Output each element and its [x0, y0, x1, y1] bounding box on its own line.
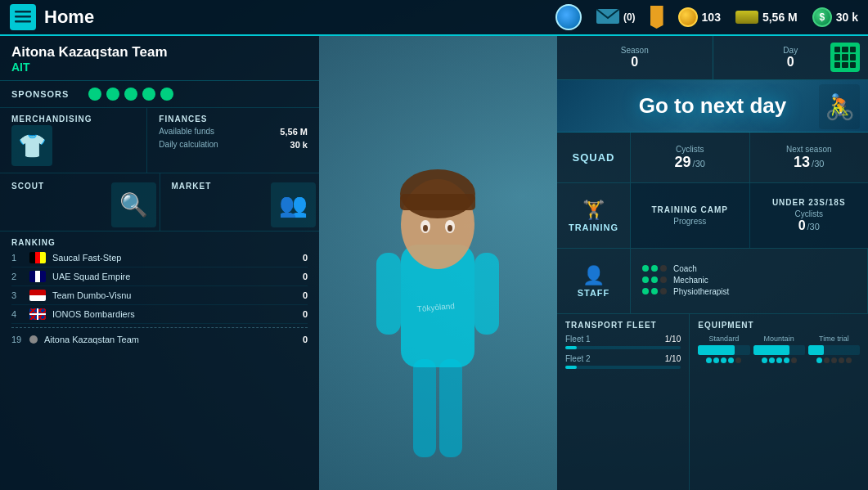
squad-row: SQUAD Cyclists 29 /30 Next season 13 /30 [557, 133, 868, 183]
mechanic-name: Mechanic [673, 276, 708, 285]
ranking-section: RANKING 1 Saucal Fast-Step 0 2 UAE Squad… [0, 232, 319, 490]
own-rank-row[interactable]: 19 Aitona Kazaqstan Team 0 [11, 331, 308, 348]
training-button[interactable]: 🏋️ TRAINING [557, 183, 631, 248]
rank-num: 3 [11, 290, 29, 300]
rank-num: 4 [11, 309, 29, 319]
cyclists-total: /30 [693, 159, 705, 169]
equip-col-timetrial: Time trial [808, 335, 860, 363]
cyclist-svg: Tōkyōland [331, 81, 544, 490]
squad-info: Cyclists 29 /30 Next season 13 /30 [631, 133, 868, 182]
mountain-fill [753, 345, 789, 355]
list-item: Coach [642, 264, 856, 273]
svg-rect-4 [413, 359, 436, 457]
next-day-label: Go to next day [639, 93, 787, 119]
table-row[interactable]: 2 UAE Squad Empire 0 [11, 267, 308, 286]
available-funds-value: 5,56 M [280, 127, 308, 137]
table-row[interactable]: 3 Team Dumbo-Visnu 0 [11, 286, 308, 305]
svg-rect-0 [15, 11, 31, 13]
sponsor-dots [88, 88, 173, 101]
sponsor-dot-5 [160, 88, 173, 101]
merchandising-box[interactable]: MERCHANDISING 👕 [0, 108, 147, 173]
header-actions: (0) 103 5,56 M $ 30 k [555, 4, 858, 30]
mid-section: MERCHANDISING 👕 FINANCES Available funds… [0, 108, 319, 173]
list-item: Physiotherapist [642, 287, 856, 296]
equipment-box[interactable]: EQUIPMENT Standard Mount [690, 314, 868, 490]
own-rank-name: Aitona Kazaqstan Team [44, 335, 303, 344]
bars-item: 5,56 M [735, 11, 798, 24]
svg-rect-2 [15, 20, 31, 23]
scout-box[interactable]: SCOUT 🔍 [0, 173, 160, 231]
cyclists-value: 29 [675, 154, 691, 171]
staff-button[interactable]: 👤 STAFF [557, 249, 631, 313]
mountain-label: Mountain [764, 335, 794, 343]
staff-icon: 👤 [582, 265, 605, 286]
sponsors-label: SPONSORS [11, 89, 77, 99]
rank-score: 0 [303, 309, 308, 319]
standard-label: Standard [709, 335, 740, 343]
equip-col-mountain: Mountain [753, 335, 805, 363]
rank-score: 0 [303, 272, 308, 281]
sponsor-dot-2 [106, 88, 119, 101]
bar-icon [735, 11, 758, 24]
right-panel: Season 0 Day 0 Go to next day 🚴 SQUAD [557, 36, 868, 490]
market-box[interactable]: MARKET 👥 [160, 173, 320, 231]
finance-available-row: Available funds 5,56 M [159, 127, 308, 137]
menu-icon[interactable] [10, 4, 36, 30]
standard-bar [698, 345, 749, 355]
ranking-label: RANKING [11, 238, 308, 247]
fleet1-name: Fleet 1 [565, 335, 591, 344]
finance-daily-row: Daily calculation 30 k [159, 140, 308, 150]
under23-button[interactable]: UNDER 23S/18S Cyclists 0 /30 [750, 183, 869, 248]
team-abbr: AIT [11, 61, 308, 74]
physio-name: Physiotherapist [673, 287, 729, 296]
next-day-button[interactable]: Go to next day 🚴 [557, 80, 868, 133]
scout-icon: 🔍 [111, 182, 156, 227]
own-rank-num: 19 [11, 335, 29, 344]
dollars-item: $ 30 k [812, 7, 858, 27]
next-season-box: Next season 13 /30 [750, 133, 869, 182]
fleet1-fill [565, 346, 577, 349]
table-row[interactable]: 1 Saucal Fast-Step 0 [11, 249, 308, 267]
standard-fill [698, 345, 734, 355]
dollars-value: 30 k [836, 11, 858, 24]
physio-dots [642, 288, 667, 294]
cyclist-icon: 🚴 [819, 84, 860, 129]
left-panel: Aitona Kazaqstan Team AIT SPONSORS MERCH… [0, 36, 319, 490]
bookmark-icon[interactable] [650, 6, 663, 29]
globe-icon[interactable] [555, 4, 582, 30]
table-row[interactable]: 4 IONOS Bombardiers 0 [11, 305, 308, 324]
grid-icon[interactable] [830, 43, 860, 72]
squad-cyclists-box: Cyclists 29 /30 [631, 133, 750, 182]
finances-label: FINANCES [159, 115, 308, 124]
camp-label: TRAINING CAMP [651, 205, 728, 214]
under23-label: UNDER 23S/18S [772, 198, 846, 207]
rank-num: 1 [11, 253, 29, 263]
list-item: Mechanic [642, 276, 856, 285]
season-day-bar: Season 0 Day 0 [557, 36, 868, 80]
standard-dots [706, 357, 741, 363]
season-value: 0 [631, 55, 638, 70]
mail-item[interactable]: (0) [596, 9, 636, 25]
daily-calc-label: Daily calculation [159, 140, 218, 150]
merch-icon: 👕 [11, 125, 52, 166]
finances-box[interactable]: FINANCES Available funds 5,56 M Daily ca… [147, 108, 319, 173]
equip-label: EQUIPMENT [698, 321, 860, 330]
next-season-total: /30 [812, 159, 824, 169]
header-bar: Home (0) 103 5,56 M $ 30 k [0, 0, 868, 36]
transport-box[interactable]: TRANSPORT FLEET Fleet 1 1/10 Fleet 2 1/1… [557, 314, 690, 490]
team-header: Aitona Kazaqstan Team AIT [0, 36, 319, 81]
camp-sub: Progress [673, 217, 706, 226]
under23-value: 0 [798, 218, 806, 233]
mountain-dots [762, 357, 797, 363]
coach-dots [642, 265, 667, 272]
flag-belgium [29, 252, 46, 263]
team-name: Aitona Kazaqstan Team [11, 44, 308, 61]
rank-divider [11, 327, 308, 328]
bars-value: 5,56 M [762, 11, 798, 24]
squad-label[interactable]: SQUAD [557, 133, 631, 182]
fleet2-fill [565, 366, 577, 369]
page-title: Home [44, 7, 94, 28]
timetrial-dots [816, 357, 852, 363]
training-camp-button[interactable]: TRAINING CAMP Progress [631, 183, 750, 248]
transport-label: TRANSPORT FLEET [565, 321, 681, 330]
